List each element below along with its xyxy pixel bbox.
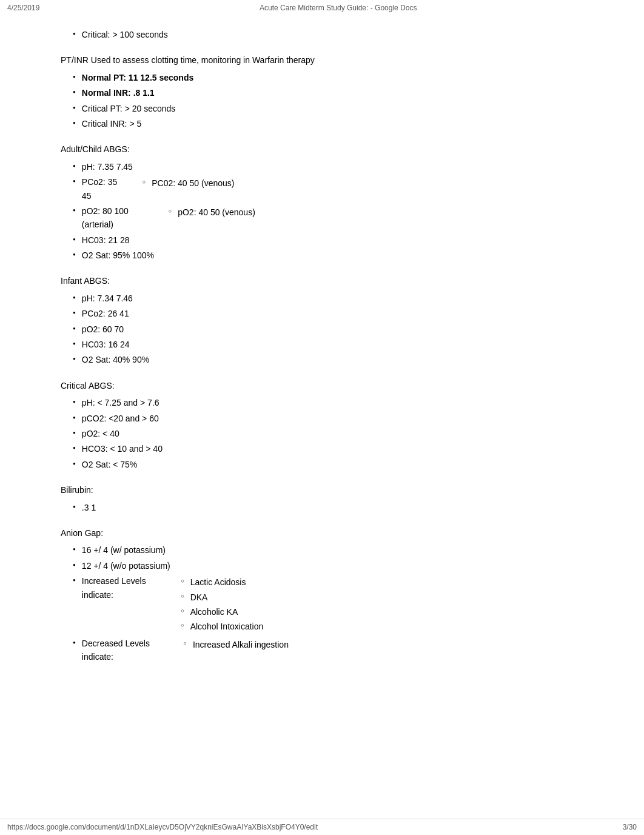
list-item: pO2: 80 100 (arterial)pO2: 40 50 (venous…: [61, 204, 583, 232]
list-item-text: O2 Sat: < 75%: [82, 458, 137, 471]
list-item-text: pH: < 7.25 and > 7.6: [82, 396, 159, 409]
ptinr-section: PT/INR Used to assess clotting time, mon…: [61, 53, 583, 130]
sub-list-item: Lactic Acidosis: [163, 575, 583, 589]
infant-abgs-list: pH: 7.34 7.46PCo2: 26 41pO2: 60 70HC03: …: [61, 292, 583, 367]
list-item-text: PCo2: 26 41: [82, 307, 129, 320]
list-item: Increased Levels indicate:Lactic Acidosi…: [61, 574, 583, 635]
list-item: O2 Sat: 95% 100%: [61, 249, 583, 262]
list-item-text: Normal PT: 11 12.5 seconds: [82, 71, 193, 84]
anion-gap-section: Anion Gap: 16 +/ 4 (w/ potassium)12 +/ 4…: [61, 526, 583, 664]
anion-gap-list: 16 +/ 4 (w/ potassium)12 +/ 4 (w/o potas…: [61, 543, 583, 663]
list-item: pH: < 7.25 and > 7.6: [61, 396, 583, 409]
sub-list-item-text: pO2: 40 50 (venous): [178, 206, 255, 219]
page-title: Acute Care Midterm Study Guide: - Google…: [260, 4, 417, 12]
list-item: Critical PT: > 20 seconds: [61, 102, 583, 115]
sub-list-item: pO2: 40 50 (venous): [150, 206, 583, 219]
list-item-text: O2 Sat: 40% 90%: [82, 353, 149, 366]
date-label: 4/25/2019: [7, 4, 39, 12]
critical-abgs-list: pH: < 7.25 and > 7.6pCO2: <20 and > 60pO…: [61, 396, 583, 471]
list-item: pO2: 60 70: [61, 323, 583, 336]
list-item-text: HCO3: < 10 and > 40: [82, 442, 163, 455]
list-item-text: O2 Sat: 95% 100%: [82, 249, 154, 262]
list-item-text: HC03: 16 24: [82, 338, 130, 351]
sub-list-item: PC02: 40 50 (venous): [124, 176, 583, 190]
list-item-text: .3 1: [82, 501, 96, 514]
list-item-text: pO2: 60 70: [82, 323, 124, 336]
sub-list: Lactic AcidosisDKAAlcoholic KAAlcohol In…: [163, 575, 583, 635]
infant-abgs-title: Infant ABGS:: [61, 274, 583, 287]
list-item: pH: 7.34 7.46: [61, 292, 583, 305]
list-item-text: pO2: < 40: [82, 427, 119, 440]
ptinr-header: PT/INR Used to assess clotting time, mon…: [61, 53, 583, 67]
list-item: pO2: < 40: [61, 427, 583, 440]
list-item-text: pO2: 80 100 (arterial): [82, 204, 150, 232]
list-item: pCO2: <20 and > 60: [61, 412, 583, 425]
page-number: 3/30: [623, 823, 637, 831]
sub-list-item: Alcohol Intoxication: [163, 620, 583, 633]
list-item: Critical: > 100 seconds: [61, 28, 583, 41]
critical-abgs-section: Critical ABGS: pH: < 7.25 and > 7.6pCO2:…: [61, 379, 583, 471]
sub-list-item-text: PC02: 40 50 (venous): [152, 176, 234, 190]
sub-list: pO2: 40 50 (venous): [150, 206, 583, 220]
sub-list-item-text: Increased Alkali ingestion: [193, 638, 289, 651]
list-item-text: Increased Levels indicate:: [82, 574, 163, 602]
list-item: Normal INR: .8 1.1: [61, 86, 583, 99]
list-item-text: HC03: 21 28: [82, 233, 130, 247]
list-item-text: Critical PT: > 20 seconds: [82, 102, 175, 115]
sub-list: Increased Alkali ingestion: [166, 638, 584, 652]
list-item: PCo2: 26 41: [61, 307, 583, 320]
anion-gap-title: Anion Gap:: [61, 526, 583, 540]
list-item: HC03: 21 28: [61, 233, 583, 247]
sub-list-item: Alcoholic KA: [163, 605, 583, 619]
bilirubin-section: Bilirubin: .3 1: [61, 483, 583, 514]
list-item: .3 1: [61, 501, 583, 514]
sub-list: PC02: 40 50 (venous): [124, 176, 583, 191]
critical-section: Critical: > 100 seconds: [61, 28, 583, 41]
main-content: Critical: > 100 seconds PT/INR Used to a…: [0, 16, 644, 712]
sub-list-item: Increased Alkali ingestion: [166, 638, 584, 651]
critical-list: Critical: > 100 seconds: [61, 28, 583, 41]
list-item-text: Decreased Levels indicate:: [82, 637, 166, 664]
critical-text: Critical: > 100 seconds: [82, 28, 168, 41]
adult-abgs-section: Adult/Child ABGS: pH: 7.35 7.45PCo2: 35 …: [61, 143, 583, 262]
list-item-text: PCo2: 35 45: [82, 175, 124, 203]
list-item: Critical INR: > 5: [61, 117, 583, 130]
list-item: Normal PT: 11 12.5 seconds: [61, 71, 583, 84]
list-item: pH: 7.35 7.45: [61, 160, 583, 173]
list-item-text: pH: 7.34 7.46: [82, 292, 133, 305]
sub-list-item-text: Alcohol Intoxication: [190, 620, 264, 633]
list-item: O2 Sat: 40% 90%: [61, 353, 583, 366]
sub-list-item-text: Lactic Acidosis: [190, 575, 246, 589]
list-item: HCO3: < 10 and > 40: [61, 442, 583, 455]
sub-list-item: DKA: [163, 591, 583, 604]
list-item: HC03: 16 24: [61, 338, 583, 351]
infant-abgs-section: Infant ABGS: pH: 7.34 7.46PCo2: 26 41pO2…: [61, 274, 583, 366]
top-bar: 4/25/2019 Acute Care Midterm Study Guide…: [0, 0, 644, 16]
ptinr-list: Normal PT: 11 12.5 secondsNormal INR: .8…: [61, 71, 583, 131]
sub-list-item-text: Alcoholic KA: [190, 605, 238, 619]
adult-abgs-list: pH: 7.35 7.45PCo2: 35 45PC02: 40 50 (ven…: [61, 160, 583, 263]
list-item: Decreased Levels indicate:Increased Alka…: [61, 637, 583, 664]
list-item: 16 +/ 4 (w/ potassium): [61, 543, 583, 557]
list-item-text: Normal INR: .8 1.1: [82, 86, 155, 99]
sub-list-item-text: DKA: [190, 591, 208, 604]
adult-abgs-title: Adult/Child ABGS:: [61, 143, 583, 156]
list-item-text: Critical INR: > 5: [82, 117, 141, 130]
list-item-text: pCO2: <20 and > 60: [82, 412, 159, 425]
list-item: PCo2: 35 45PC02: 40 50 (venous): [61, 175, 583, 203]
list-item-text: 12 +/ 4 (w/o potassium): [82, 559, 170, 572]
url-label: https://docs.google.com/document/d/1nDXL…: [7, 823, 318, 831]
bilirubin-title: Bilirubin:: [61, 483, 583, 497]
list-item-text: pH: 7.35 7.45: [82, 160, 133, 173]
bottom-bar: https://docs.google.com/document/d/1nDXL…: [0, 819, 644, 835]
list-item-text: 16 +/ 4 (w/ potassium): [82, 543, 166, 557]
list-item: 12 +/ 4 (w/o potassium): [61, 559, 583, 572]
bilirubin-list: .3 1: [61, 501, 583, 514]
list-item: O2 Sat: < 75%: [61, 458, 583, 471]
critical-abgs-title: Critical ABGS:: [61, 379, 583, 392]
